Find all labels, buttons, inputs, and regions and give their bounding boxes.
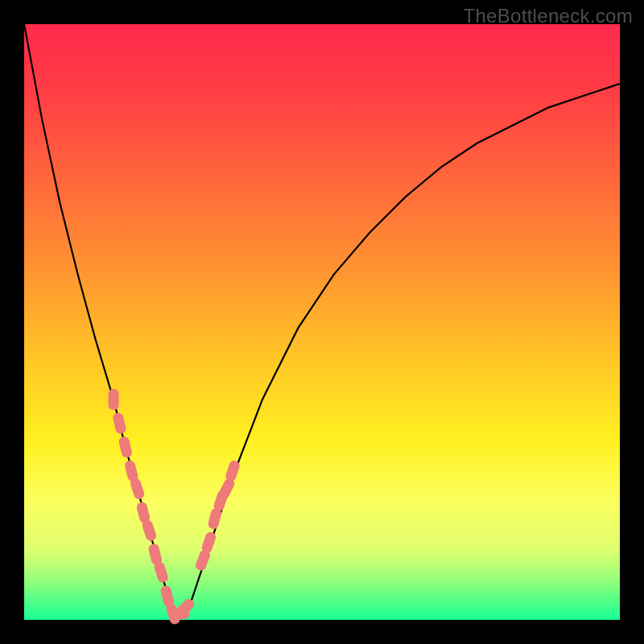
marker-pill <box>153 560 170 584</box>
watermark-text: TheBottleneck.com <box>463 5 633 27</box>
marker-cluster <box>109 389 242 625</box>
marker-pill <box>118 436 133 458</box>
marker-pill <box>225 460 242 483</box>
marker-pill <box>200 530 217 554</box>
marker-pill <box>112 412 127 435</box>
marker-pill <box>129 477 146 501</box>
chart-frame: TheBottleneck.com <box>0 0 644 644</box>
curve-layer <box>24 24 620 620</box>
marker-pill <box>141 519 158 543</box>
curve-right-branch <box>173 84 620 614</box>
plot-area <box>24 24 620 620</box>
marker-pill <box>109 389 119 410</box>
